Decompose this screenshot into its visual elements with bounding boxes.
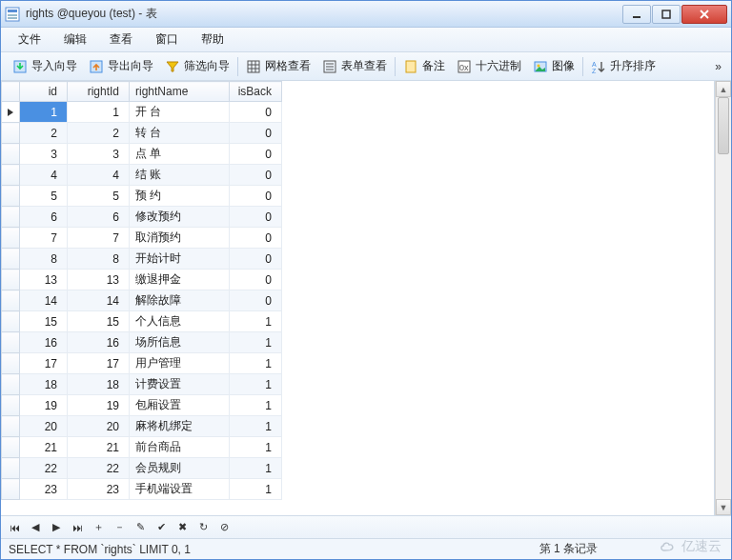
cell-rightId[interactable]: 20 bbox=[68, 416, 130, 437]
table-row[interactable]: 1313缴退押金0 bbox=[2, 270, 282, 290]
sort-asc-button[interactable]: AZ 升序排序 bbox=[585, 56, 661, 76]
row-indicator[interactable] bbox=[2, 332, 20, 353]
menu-view[interactable]: 查看 bbox=[98, 28, 144, 51]
cell-rightName[interactable]: 场所信息 bbox=[130, 332, 230, 353]
row-indicator[interactable] bbox=[2, 249, 20, 270]
table-row[interactable]: 1515个人信息1 bbox=[2, 311, 282, 332]
row-indicator[interactable] bbox=[2, 228, 20, 249]
last-record-button[interactable]: ⏭ bbox=[70, 520, 85, 535]
cell-id[interactable]: 17 bbox=[20, 353, 68, 374]
table-row[interactable]: 88开始计时0 bbox=[2, 249, 282, 270]
cell-rightName[interactable]: 开 台 bbox=[130, 102, 230, 123]
cell-rightId[interactable]: 14 bbox=[68, 290, 130, 311]
cell-isBack[interactable]: 1 bbox=[230, 332, 282, 353]
scroll-down-button[interactable]: ▼ bbox=[716, 499, 731, 515]
table-row[interactable]: 66修改预约0 bbox=[2, 207, 282, 228]
row-indicator[interactable] bbox=[2, 270, 20, 290]
table-row[interactable]: 1717用户管理1 bbox=[2, 353, 282, 374]
filter-wizard-button[interactable]: 筛选向导 bbox=[159, 56, 235, 76]
cell-rightName[interactable]: 修改预约 bbox=[130, 207, 230, 228]
table-row[interactable]: 55预 约0 bbox=[2, 186, 282, 207]
cell-id[interactable]: 7 bbox=[20, 228, 68, 249]
cell-rightName[interactable]: 转 台 bbox=[130, 123, 230, 144]
cell-isBack[interactable]: 1 bbox=[230, 395, 282, 416]
menu-window[interactable]: 窗口 bbox=[144, 28, 190, 51]
cell-isBack[interactable]: 1 bbox=[230, 416, 282, 437]
delete-record-button[interactable]: － bbox=[112, 520, 127, 535]
cell-isBack[interactable]: 1 bbox=[230, 458, 282, 479]
image-button[interactable]: 图像 bbox=[527, 56, 580, 76]
scroll-track[interactable] bbox=[716, 97, 731, 499]
cell-rightId[interactable]: 4 bbox=[68, 165, 130, 186]
cell-rightName[interactable]: 解除故障 bbox=[130, 290, 230, 311]
hex-button[interactable]: 0x 十六进制 bbox=[451, 56, 527, 76]
cell-rightId[interactable]: 19 bbox=[68, 395, 130, 416]
row-indicator[interactable] bbox=[2, 186, 20, 207]
first-record-button[interactable]: ⏮ bbox=[7, 520, 22, 535]
cell-rightName[interactable]: 包厢设置 bbox=[130, 395, 230, 416]
column-header-rightId[interactable]: rightId bbox=[68, 82, 130, 102]
cell-rightName[interactable]: 麻将机绑定 bbox=[130, 416, 230, 437]
cell-id[interactable]: 6 bbox=[20, 207, 68, 228]
column-header-id[interactable]: id bbox=[20, 82, 68, 102]
cell-id[interactable]: 14 bbox=[20, 290, 68, 311]
cell-rightName[interactable]: 个人信息 bbox=[130, 311, 230, 332]
vertical-scrollbar[interactable]: ▲ ▼ bbox=[715, 81, 731, 515]
cell-isBack[interactable]: 0 bbox=[230, 290, 282, 311]
cell-id[interactable]: 3 bbox=[20, 144, 68, 165]
cell-rightName[interactable]: 前台商品 bbox=[130, 437, 230, 458]
cell-rightName[interactable]: 缴退押金 bbox=[130, 270, 230, 290]
toolbar-overflow-button[interactable]: » bbox=[711, 60, 725, 73]
cell-isBack[interactable]: 1 bbox=[230, 374, 282, 395]
grid-view-button[interactable]: 网格查看 bbox=[240, 56, 316, 76]
cell-rightId[interactable]: 7 bbox=[68, 228, 130, 249]
table-row[interactable]: 2121前台商品1 bbox=[2, 437, 282, 458]
cell-id[interactable]: 21 bbox=[20, 437, 68, 458]
cell-isBack[interactable]: 0 bbox=[230, 123, 282, 144]
table-row[interactable]: 22转 台0 bbox=[2, 123, 282, 144]
cell-id[interactable]: 1 bbox=[20, 102, 68, 123]
maximize-button[interactable] bbox=[652, 5, 681, 24]
row-indicator[interactable] bbox=[2, 102, 20, 123]
row-indicator[interactable] bbox=[2, 123, 20, 144]
memo-button[interactable]: 备注 bbox=[397, 56, 451, 76]
cell-rightName[interactable]: 开始计时 bbox=[130, 249, 230, 270]
row-indicator[interactable] bbox=[2, 290, 20, 311]
table-row[interactable]: 2222会员规则1 bbox=[2, 458, 282, 479]
cell-isBack[interactable]: 1 bbox=[230, 311, 282, 332]
table-row[interactable]: 44结 账0 bbox=[2, 165, 282, 186]
cell-rightId[interactable]: 21 bbox=[68, 437, 130, 458]
cell-id[interactable]: 5 bbox=[20, 186, 68, 207]
cell-rightId[interactable]: 8 bbox=[68, 249, 130, 270]
import-wizard-button[interactable]: 导入向导 bbox=[7, 56, 83, 76]
menu-file[interactable]: 文件 bbox=[7, 28, 52, 51]
row-indicator[interactable] bbox=[2, 207, 20, 228]
cell-rightName[interactable]: 用户管理 bbox=[130, 353, 230, 374]
cell-rightId[interactable]: 23 bbox=[68, 479, 130, 500]
cell-rightId[interactable]: 6 bbox=[68, 207, 130, 228]
column-header-rightName[interactable]: rightName bbox=[130, 82, 230, 102]
cell-rightId[interactable]: 16 bbox=[68, 332, 130, 353]
cell-rightId[interactable]: 22 bbox=[68, 458, 130, 479]
export-wizard-button[interactable]: 导出向导 bbox=[83, 56, 159, 76]
table-row[interactable]: 77取消预约0 bbox=[2, 228, 282, 249]
cell-id[interactable]: 13 bbox=[20, 270, 68, 290]
cell-id[interactable]: 4 bbox=[20, 165, 68, 186]
cell-isBack[interactable]: 0 bbox=[230, 186, 282, 207]
cell-rightName[interactable]: 会员规则 bbox=[130, 458, 230, 479]
row-indicator[interactable] bbox=[2, 395, 20, 416]
table-row[interactable]: 33点 单0 bbox=[2, 144, 282, 165]
minimize-button[interactable] bbox=[622, 5, 651, 24]
cell-isBack[interactable]: 0 bbox=[230, 270, 282, 290]
cell-isBack[interactable]: 1 bbox=[230, 353, 282, 374]
refresh-button[interactable]: ↻ bbox=[195, 520, 211, 535]
cell-rightName[interactable]: 结 账 bbox=[130, 165, 230, 186]
cell-isBack[interactable]: 0 bbox=[230, 144, 282, 165]
menu-edit[interactable]: 编辑 bbox=[52, 28, 98, 51]
scroll-thumb[interactable] bbox=[718, 97, 729, 154]
cell-id[interactable]: 16 bbox=[20, 332, 68, 353]
table-row[interactable]: 1414解除故障0 bbox=[2, 290, 282, 311]
menu-help[interactable]: 帮助 bbox=[190, 28, 235, 51]
form-view-button[interactable]: 表单查看 bbox=[316, 56, 393, 76]
cell-id[interactable]: 8 bbox=[20, 249, 68, 270]
